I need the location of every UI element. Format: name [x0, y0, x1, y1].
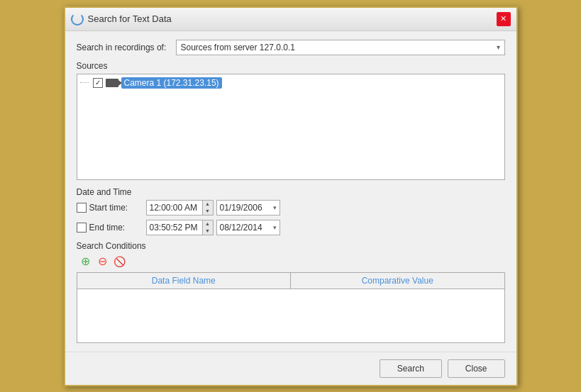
end-time-row: End time: 03:50:52 PM ▲ ▼ 08/12/2014 ▾: [77, 220, 505, 235]
source-item: ✓ Camera 1 (172.31.23.15): [80, 77, 502, 89]
add-condition-button[interactable]: ⊕: [78, 254, 94, 269]
end-date-value: 08/12/2014: [217, 223, 270, 233]
start-time-row: Start time: 12:00:00 AM ▲ ▼ 01/19/2006 ▾: [77, 200, 505, 215]
start-time-checkbox[interactable]: [77, 203, 87, 213]
source-name[interactable]: Camera 1 (172.31.23.15): [121, 77, 222, 89]
camera-icon: [106, 79, 118, 87]
start-time-value: 12:00:00 AM: [147, 203, 202, 213]
sources-section: Sources ✓ Camera 1 (172.31.23.15): [77, 61, 505, 180]
datetime-section: Date and Time Start time: 12:00:00 AM ▲ …: [77, 187, 505, 235]
col-comparative-value: Comparative Value: [291, 273, 504, 289]
start-time-down[interactable]: ▼: [203, 208, 213, 215]
start-date-field[interactable]: 01/19/2006 ▾: [216, 200, 280, 215]
source-checkbox[interactable]: ✓: [93, 78, 103, 88]
conditions-toolbar: ⊕ ⊖ 🚫: [77, 254, 505, 269]
search-conditions-section: Search Conditions ⊕ ⊖ 🚫 Data Field Name …: [77, 241, 505, 343]
end-time-up[interactable]: ▲: [203, 220, 213, 228]
clear-conditions-button[interactable]: 🚫: [112, 254, 128, 269]
dialog-title: Search for Text Data: [88, 13, 172, 24]
end-time-label: End time:: [89, 223, 146, 233]
end-time-field[interactable]: 03:50:52 PM ▲ ▼: [146, 220, 214, 235]
search-conditions-label: Search Conditions: [77, 241, 505, 251]
end-time-spinner[interactable]: ▲ ▼: [202, 220, 213, 235]
sources-box: ✓ Camera 1 (172.31.23.15): [77, 74, 505, 180]
conditions-body: [77, 289, 504, 340]
end-time-down[interactable]: ▼: [203, 228, 213, 235]
end-date-arrow-icon: ▾: [270, 224, 280, 231]
datetime-label: Date and Time: [77, 187, 505, 197]
close-button[interactable]: Close: [448, 359, 505, 378]
search-in-label: Search in recordings of:: [77, 43, 176, 52]
start-time-spinner[interactable]: ▲ ▼: [202, 201, 213, 215]
sources-dropdown[interactable]: Sources from server 127.0.0.1 ▾: [176, 40, 505, 55]
tree-line: [80, 82, 89, 83]
start-date-value: 01/19/2006: [217, 203, 270, 213]
search-in-row: Search in recordings of: Sources from se…: [77, 40, 505, 55]
start-time-up[interactable]: ▲: [203, 201, 213, 208]
conditions-header: Data Field Name Comparative Value: [77, 273, 504, 289]
remove-condition-button[interactable]: ⊖: [95, 254, 111, 269]
start-date-arrow-icon: ▾: [270, 204, 280, 211]
end-time-checkbox[interactable]: [77, 223, 87, 233]
dialog-footer: Search Close: [65, 352, 516, 385]
conditions-table: Data Field Name Comparative Value: [77, 272, 505, 343]
title-bar: Search for Text Data ✕: [65, 8, 516, 31]
col-data-field-name: Data Field Name: [77, 273, 292, 289]
start-time-field[interactable]: 12:00:00 AM ▲ ▼: [146, 200, 214, 215]
sources-dropdown-value: Sources from server 127.0.0.1: [181, 43, 295, 52]
main-dialog: Search for Text Data ✕ Search in recordi…: [64, 6, 518, 386]
close-title-button[interactable]: ✕: [497, 12, 511, 26]
end-time-value: 03:50:52 PM: [147, 223, 202, 233]
dialog-icon: [71, 13, 84, 26]
title-bar-left: Search for Text Data: [71, 13, 172, 26]
search-button[interactable]: Search: [380, 359, 442, 378]
dialog-body: Search in recordings of: Sources from se…: [65, 31, 516, 352]
end-date-field[interactable]: 08/12/2014 ▾: [216, 220, 280, 235]
dropdown-arrow-icon: ▾: [497, 43, 500, 51]
sources-label: Sources: [77, 61, 505, 71]
start-time-label: Start time:: [89, 203, 146, 213]
